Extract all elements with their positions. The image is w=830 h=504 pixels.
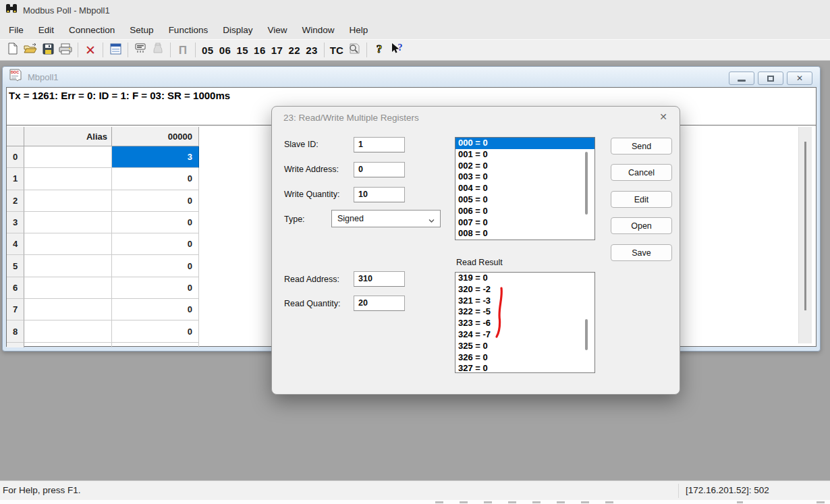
menu-item-setup[interactable]: Setup [122,22,161,38]
list-item[interactable]: 324 = -7 [455,329,594,341]
alias-cell[interactable] [24,299,112,320]
row-header-cell[interactable]: 8 [7,320,24,342]
single-poll-button[interactable]: Π [174,41,192,59]
scrollbar-thumb[interactable] [804,142,806,310]
read-result-list[interactable]: 319 = 0320 = -2321 = -3322 = -5323 = -63… [455,272,595,373]
read-quantity-field[interactable]: 20 [354,296,405,311]
grid-vertical-scrollbar[interactable] [798,127,812,343]
value-cell[interactable]: 0 [112,233,199,255]
close-button[interactable]: ✕ [787,72,812,85]
row-header-cell[interactable]: 6 [7,277,24,299]
list-item[interactable]: 003 = 0 [455,171,594,183]
toolbar-func-16-button[interactable]: 16 [251,45,269,56]
delete-button[interactable]: ✕ [82,41,99,59]
row-header-cell[interactable]: 4 [7,233,24,255]
setup-window-button[interactable] [107,41,124,59]
toolbar-func-17-button[interactable]: 17 [269,45,286,56]
alias-cell[interactable] [24,320,112,342]
list-item[interactable]: 319 = 0 [455,273,594,284]
alias-cell[interactable] [24,168,112,190]
about-button[interactable]: ? [370,41,388,59]
menu-item-window[interactable]: Window [294,22,341,38]
row-header-cell[interactable]: 5 [7,255,24,277]
log-view-button[interactable] [345,41,363,59]
list-item[interactable]: 323 = -6 [455,318,594,329]
read-address-field[interactable]: 310 [354,271,405,287]
value-cell[interactable]: 0 [112,320,199,342]
write-list-scrollbar-thumb[interactable] [585,152,588,215]
slave-id-field[interactable]: 1 [354,137,405,152]
menu-item-display[interactable]: Display [215,22,260,38]
menu-item-functions[interactable]: Functions [161,22,216,38]
menu-item-file[interactable]: File [1,22,31,38]
value-cell[interactable]: 0 [112,255,199,277]
value-cell[interactable]: 0 [112,168,199,190]
toolbar-separator [170,43,171,57]
write-values-list[interactable]: 000 = 0001 = 0002 = 0003 = 0004 = 0005 =… [455,137,595,240]
alias-cell[interactable] [24,277,112,299]
new-file-button[interactable] [4,41,22,59]
list-item[interactable]: 320 = -2 [455,284,594,296]
menu-item-view[interactable]: View [260,22,294,38]
context-help-button[interactable]: ? [388,41,406,59]
list-item[interactable]: 005 = 0 [455,194,594,206]
value-cell[interactable]: 0 [112,212,199,233]
list-item[interactable]: 325 = 0 [455,341,594,352]
list-item[interactable]: 326 = 0 [455,352,594,364]
menu-item-edit[interactable]: Edit [31,22,61,38]
grid-corner-cell[interactable] [7,127,24,146]
list-item[interactable]: 327 = 0 [455,363,594,373]
grid-header-alias[interactable]: Alias [24,127,112,146]
row-header-cell[interactable]: 7 [7,299,24,320]
edit-button[interactable]: Edit [611,191,672,208]
alias-cell[interactable] [24,212,112,233]
value-cell[interactable]: 0 [112,299,199,320]
list-item[interactable]: 006 = 0 [455,206,594,217]
open-button[interactable]: Open [611,217,672,234]
menu-item-connection[interactable]: Connection [61,22,122,38]
send-button[interactable]: Send [611,138,672,155]
list-item[interactable]: 321 = -3 [455,296,594,307]
alias-cell[interactable] [24,190,112,212]
menu-item-help[interactable]: Help [341,22,375,38]
list-item[interactable]: 322 = -5 [455,306,594,318]
alias-cell[interactable] [24,255,112,277]
connect-button[interactable] [132,41,149,59]
list-item[interactable]: 007 = 0 [455,217,594,229]
dialog-close-button[interactable]: ✕ [656,111,671,125]
list-item[interactable]: 001 = 0 [455,149,594,161]
list-item[interactable]: 004 = 0 [455,183,594,194]
alias-cell[interactable] [24,233,112,255]
read-list-scrollbar-thumb[interactable] [585,319,588,350]
toolbar-func-22-button[interactable]: 22 [285,45,303,56]
test-center-button[interactable]: TC [328,45,345,56]
toolbar-func-23-button[interactable]: 23 [303,45,321,56]
value-cell[interactable]: 3 [112,146,199,168]
toolbar-func-06-button[interactable]: 06 [217,45,234,56]
toolbar-func-05-button[interactable]: 05 [199,45,217,56]
list-item[interactable]: 000 = 0 [455,138,594,149]
save-button[interactable] [39,41,57,59]
value-cell[interactable]: 0 [112,190,199,212]
restore-button[interactable] [758,72,783,85]
write-address-field[interactable]: 0 [354,162,405,177]
value-cell[interactable]: 0 [112,277,199,299]
toolbar-func-15-button[interactable]: 15 [233,45,251,56]
minimize-button[interactable] [729,72,754,85]
type-dropdown[interactable]: Signed [331,210,441,227]
open-file-button[interactable] [22,41,39,59]
save-button[interactable]: Save [611,244,672,261]
alias-cell[interactable] [24,146,112,168]
list-item[interactable]: 008 = 0 [455,228,594,240]
doc-window-titlebar[interactable]: DOC Mbpoll1 [3,67,820,87]
row-header-cell[interactable]: 3 [7,212,24,233]
write-quantity-field[interactable]: 10 [354,187,405,202]
cancel-button[interactable]: Cancel [611,164,672,181]
grid-header-00000[interactable]: 00000 [112,127,199,146]
disconnect-button[interactable] [149,41,167,59]
row-header-cell[interactable]: 1 [7,168,24,190]
row-header-cell[interactable]: 2 [7,190,24,212]
print-button[interactable] [57,41,74,59]
row-header-cell[interactable]: 0 [7,146,24,168]
list-item[interactable]: 002 = 0 [455,161,594,172]
